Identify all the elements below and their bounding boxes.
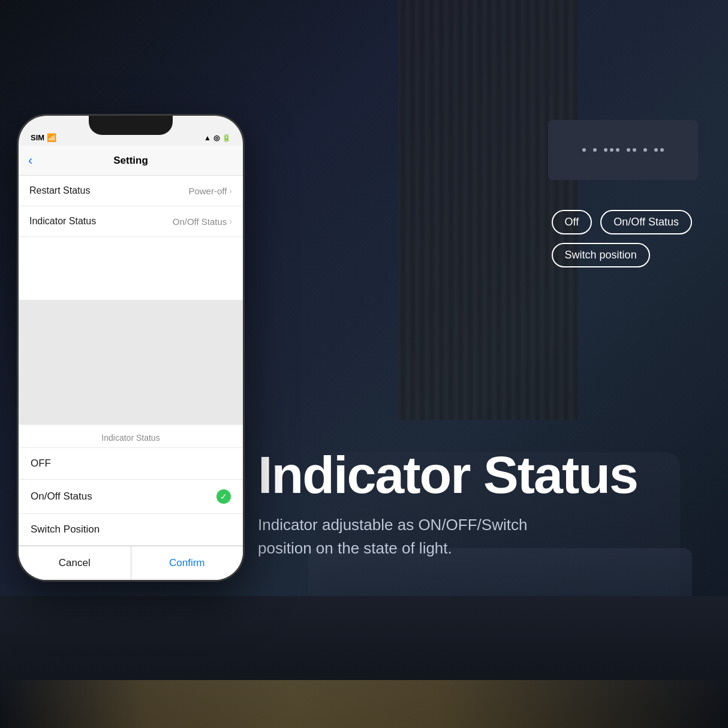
sheet-option-off-label: OFF	[31, 458, 51, 470]
panel-dot-3	[604, 148, 607, 152]
sheet-option-switch[interactable]: Switch Position	[19, 514, 243, 546]
annotation-switch-position: Switch position	[552, 243, 650, 267]
annotation-off: Off	[552, 210, 592, 234]
annotation-area: Off On/Off Status Switch position	[552, 210, 692, 267]
panel-dot-group2	[627, 148, 636, 152]
floor-glow-decoration	[0, 680, 728, 728]
annotation-row-1: Off On/Off Status	[552, 210, 692, 234]
status-left: SIM 📶	[31, 133, 56, 142]
phone-notch	[89, 116, 173, 135]
settings-item-indicator[interactable]: Indicator Status On/Off Status ›	[19, 206, 243, 237]
sheet-actions: Cancel Confirm	[19, 546, 243, 580]
panel-dot-5	[616, 148, 619, 152]
location-icon: ▲	[204, 134, 211, 142]
panel-dot-8	[643, 148, 647, 152]
panel-dot-10	[660, 148, 664, 152]
annotation-row-2: Switch position	[552, 243, 692, 267]
settings-list: Restart Status Power-off › Indicator Sta…	[19, 176, 243, 300]
annotation-onoff-status: On/Off Status	[600, 210, 692, 234]
panel-dot-9	[654, 148, 658, 152]
indicator-value-text: On/Off Status	[173, 216, 227, 227]
phone-mockup: SIM 📶 ▲ ◎ 🔋 ‹ Setting Restart Status	[17, 114, 257, 594]
back-button[interactable]: ‹	[28, 153, 32, 169]
wifi-icon: 📶	[47, 133, 56, 142]
wall-switch-panel	[548, 120, 698, 180]
restart-chevron-icon: ›	[229, 186, 232, 195]
status-right: ▲ ◎ 🔋	[204, 134, 231, 142]
restart-value-area: Power-off ›	[188, 186, 232, 196]
phone-frame: SIM 📶 ▲ ◎ 🔋 ‹ Setting Restart Status	[17, 114, 245, 582]
hero-title: Indicator Status	[258, 449, 704, 501]
indicator-label: Indicator Status	[29, 216, 96, 227]
confirm-button[interactable]: Confirm	[131, 546, 243, 580]
indicator-chevron-icon: ›	[229, 216, 232, 226]
settings-item-restart[interactable]: Restart Status Power-off ›	[19, 176, 243, 206]
phone-screen: ‹ Setting Restart Status Power-off › Ind…	[19, 146, 243, 580]
cancel-button[interactable]: Cancel	[19, 546, 131, 580]
panel-dot-1	[582, 148, 586, 152]
panel-dot-4	[610, 148, 613, 152]
sheet-option-onoff-label: On/Off Status	[31, 491, 92, 503]
sheet-option-onoff[interactable]: On/Off Status ✓	[19, 480, 243, 514]
location2-icon: ◎	[213, 134, 219, 142]
sheet-option-switch-label: Switch Position	[31, 524, 100, 536]
bottom-sheet: Indicator Status OFF On/Off Status ✓ Swi…	[19, 424, 243, 580]
restart-label: Restart Status	[29, 185, 90, 196]
restart-value-text: Power-off	[188, 186, 227, 196]
panel-dot-group	[604, 148, 619, 152]
indicator-value-area: On/Off Status ›	[173, 216, 232, 227]
panel-dot-7	[633, 148, 636, 152]
hero-content: Indicator Status Indicator adjustable as…	[258, 449, 704, 560]
carrier-label: SIM	[31, 133, 44, 142]
check-icon: ✓	[216, 489, 231, 504]
nav-bar: ‹ Setting	[19, 146, 243, 176]
hero-subtitle: Indicator adjustable as ON/OFF/Switch po…	[258, 513, 546, 560]
panel-dot-6	[627, 148, 630, 152]
nav-title: Setting	[113, 155, 148, 167]
battery-icon: 🔋	[222, 134, 231, 142]
sheet-option-off[interactable]: OFF	[19, 448, 243, 480]
panel-dot-group3	[654, 148, 664, 152]
gray-spacer	[19, 300, 243, 424]
sheet-title: Indicator Status	[19, 425, 243, 448]
panel-dot-2	[593, 148, 597, 152]
